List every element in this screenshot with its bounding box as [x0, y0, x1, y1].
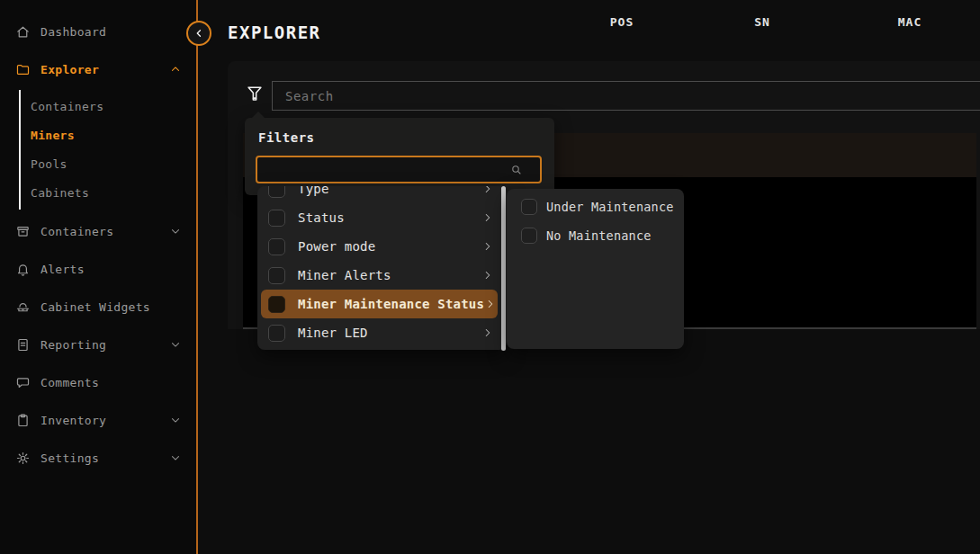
gear-icon [15, 451, 31, 466]
column-header-sn[interactable]: SN [754, 0, 770, 44]
checkbox[interactable] [268, 325, 285, 342]
submenu-option-under-maintenance[interactable]: Under Maintenance [507, 192, 684, 221]
checkbox[interactable] [268, 186, 285, 198]
sidebar-subitem-label: Containers [31, 100, 103, 113]
sidebar-subitem-label: Pools [31, 157, 67, 171]
sidebar-item-label: Explorer [40, 63, 99, 76]
chevron-right-icon [481, 240, 494, 253]
sidebar-item-dashboard[interactable]: Dashboard [0, 20, 198, 43]
filter-option-label: Miner Maintenance Status [298, 297, 484, 311]
filter-option-miner-maintenance-status[interactable]: Miner Maintenance Status [261, 290, 498, 318]
filter-option-power-mode[interactable]: Power mode [261, 232, 498, 261]
sidebar-subitem-containers[interactable]: Containers [31, 95, 103, 117]
chevron-right-icon [481, 211, 494, 224]
column-header-mac[interactable]: MAC [898, 0, 922, 44]
cabinet-widget-icon [15, 299, 31, 315]
chevron-right-icon [481, 269, 494, 281]
clipboard-icon [15, 413, 31, 428]
chevron-down-icon [169, 225, 182, 237]
chevron-down-icon [169, 338, 182, 351]
chevron-down-icon [169, 451, 182, 464]
submenu-option-no-maintenance[interactable]: No Maintenance [507, 221, 684, 250]
filter-option-label: Miner Alerts [298, 268, 391, 282]
sidebar-item-reporting[interactable]: Reporting [0, 333, 198, 356]
filter-funnel-button[interactable] [245, 83, 265, 106]
filter-option-label: Type [298, 186, 329, 196]
sidebar-item-label: Dashboard [40, 25, 106, 39]
column-header-pos[interactable]: POS [610, 0, 634, 44]
checkbox[interactable] [268, 267, 285, 284]
filter-option-label: Power mode [298, 239, 375, 254]
comment-icon [15, 375, 31, 390]
sidebar-subitem-pools[interactable]: Pools [31, 153, 67, 174]
sidebar-collapse-button[interactable] [186, 21, 211, 46]
chevron-up-icon [169, 63, 182, 76]
sidebar-subitem-cabinets[interactable]: Cabinets [31, 182, 89, 203]
filter-option-type[interactable]: Type [261, 186, 498, 203]
filters-dropdown: Filters [245, 118, 554, 195]
filter-option-miner-led[interactable]: Miner LED [261, 318, 498, 347]
sidebar-subitem-label: Cabinets [31, 186, 89, 200]
sidebar-subitem-label: Miners [31, 129, 75, 142]
sidebar-item-alerts[interactable]: Alerts [0, 257, 198, 281]
chevron-right-icon [481, 186, 494, 195]
checkbox[interactable] [268, 238, 285, 255]
app-screen: Dashboard Explorer Containers Miners Poo… [0, 0, 980, 554]
chevron-right-icon [484, 298, 497, 310]
filters-search-input[interactable] [256, 156, 542, 183]
filters-title: Filters [258, 130, 315, 145]
sidebar-item-label: Settings [40, 451, 99, 465]
sidebar-item-explorer[interactable]: Explorer [0, 58, 198, 81]
sidebar-item-inventory[interactable]: Inventory [0, 408, 198, 432]
filters-list-scrollbar[interactable] [501, 186, 506, 351]
sidebar: Dashboard Explorer Containers Miners Poo… [0, 0, 198, 554]
submenu-option-label: Under Maintenance [546, 200, 674, 214]
sidebar-item-label: Comments [40, 376, 99, 389]
sidebar-item-label: Containers [40, 225, 113, 238]
sidebar-item-label: Reporting [40, 338, 106, 352]
sidebar-item-cabinet-widgets[interactable]: Cabinet Widgets [0, 295, 198, 318]
checkbox[interactable] [268, 296, 285, 313]
filter-option-status[interactable]: Status [261, 203, 498, 232]
page-title: EXPLORER [228, 22, 321, 42]
filter-option-label: Miner LED [298, 326, 368, 340]
maintenance-status-submenu: Under Maintenance No Maintenance [507, 189, 684, 349]
sidebar-item-label: Inventory [40, 414, 106, 427]
report-icon [15, 337, 31, 353]
filter-option-miner-alerts[interactable]: Miner Alerts [261, 261, 498, 290]
folder-icon [15, 62, 31, 77]
checkbox[interactable] [268, 210, 285, 227]
chevron-right-icon [481, 326, 494, 339]
search-input[interactable] [272, 81, 980, 111]
sidebar-item-comments[interactable]: Comments [0, 371, 198, 394]
checkbox[interactable] [521, 228, 537, 244]
filters-option-list: Type Status Power mode [257, 186, 507, 350]
container-icon [15, 224, 31, 239]
sidebar-item-settings[interactable]: Settings [0, 446, 198, 469]
explorer-indent-line [19, 90, 21, 210]
submenu-option-label: No Maintenance [546, 228, 652, 243]
filter-option-label: Status [298, 210, 345, 225]
checkbox[interactable] [521, 199, 537, 215]
home-icon [15, 24, 31, 40]
sidebar-item-label: Alerts [40, 263, 85, 276]
chevron-left-icon [193, 27, 205, 40]
sidebar-subitem-miners[interactable]: Miners [31, 124, 75, 146]
bell-icon [15, 262, 31, 277]
filters-dropdown-caret [251, 112, 265, 119]
chevron-down-icon [169, 414, 182, 426]
sidebar-item-label: Cabinet Widgets [40, 300, 150, 314]
sidebar-item-containers[interactable]: Containers [0, 219, 198, 243]
